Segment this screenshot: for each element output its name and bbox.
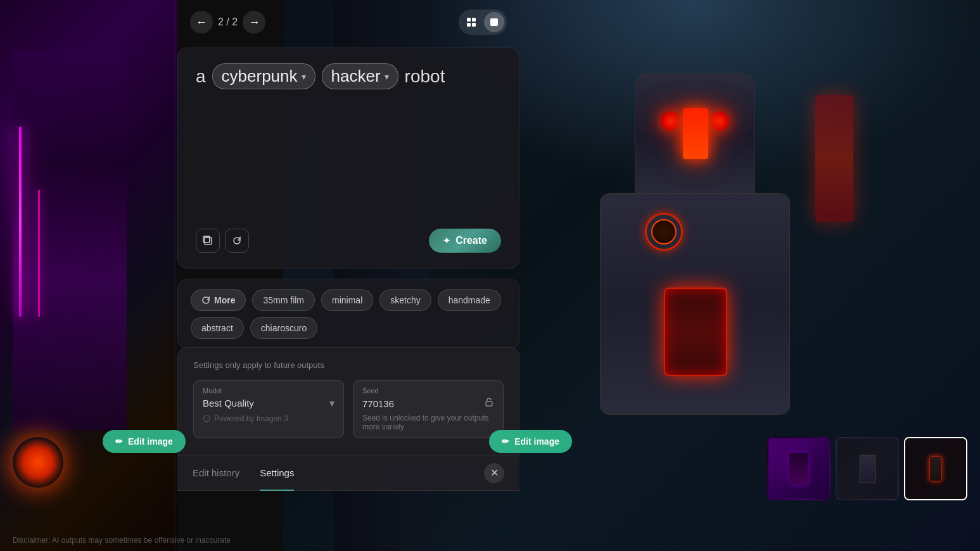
prompt-icon-buttons [196, 229, 254, 253]
chevron-down-icon-2: ▾ [385, 72, 389, 82]
prompt-text: a cyberpunk ▾ hacker ▾ robot [196, 63, 501, 89]
thumbnail-1[interactable] [767, 437, 830, 500]
style-suggestions: More 35mm film minimal sketchy handmade … [177, 279, 519, 350]
robot-image [537, 54, 853, 497]
thumbnail-3[interactable] [904, 437, 967, 500]
chevron-down-icon-model: ▾ [329, 397, 334, 409]
pencil-icon-right: ✏ [502, 436, 509, 446]
thumbnails-container [767, 437, 967, 500]
prompt-suffix: robot [405, 66, 445, 87]
grid-icon [466, 17, 476, 27]
nav-bar: ← 2 / 2 → [177, 10, 519, 35]
svg-rect-4 [490, 18, 498, 26]
style-chiaroscuro[interactable]: chiaroscuro [250, 317, 317, 339]
tabs-close-button[interactable]: ✕ [484, 463, 504, 483]
prompt-tag-hacker-label: hacker [331, 66, 381, 86]
neon-glow-2 [38, 190, 40, 317]
svg-rect-2 [467, 23, 471, 27]
refresh-suggestions-icon [201, 296, 210, 305]
svg-rect-5 [205, 238, 212, 244]
view-single-button[interactable] [484, 12, 504, 32]
edit-image-left-label: Edit image [128, 436, 173, 446]
seed-info-text: Seed is unlocked to give your outputs mo… [362, 414, 494, 431]
seed-value-row: 770136 [362, 397, 494, 410]
style-35mm-film[interactable]: 35mm film [252, 289, 315, 311]
more-label: More [214, 295, 235, 305]
chevron-down-icon: ▾ [302, 72, 306, 82]
copy-icon [202, 235, 213, 246]
robot-eye-right [710, 111, 729, 130]
single-view-icon [489, 17, 499, 27]
thumbnail-2[interactable] [836, 437, 899, 500]
prompt-tag-hacker[interactable]: hacker ▾ [322, 63, 398, 89]
seed-field[interactable]: Seed 770136 Seed is unlocked to give you… [353, 380, 504, 438]
robot-eye-left [661, 111, 680, 130]
lock-open-icon [484, 397, 494, 407]
powered-by: i Powered by Imagen 3 [203, 414, 334, 423]
tabs-bar: Edit history Settings ✕ [177, 455, 519, 491]
tab-settings[interactable]: Settings [260, 456, 294, 491]
refresh-icon [231, 235, 243, 246]
svg-rect-0 [467, 18, 471, 22]
model-field[interactable]: Model Best Quality ▾ i Powered by Imagen… [193, 380, 344, 438]
prompt-tag-cyberpunk[interactable]: cyberpunk ▾ [212, 63, 315, 89]
robot-head [635, 73, 755, 200]
neon-glow-1 [19, 127, 22, 317]
nav-controls: ← 2 / 2 → [190, 11, 265, 34]
style-handmade[interactable]: handmade [438, 289, 501, 311]
robot-visor [683, 108, 708, 159]
lock-icon [484, 397, 494, 410]
svg-text:i: i [206, 417, 207, 421]
svg-rect-9 [486, 402, 492, 406]
prompt-area: a cyberpunk ▾ hacker ▾ robot [177, 48, 519, 269]
edit-image-left-button[interactable]: ✏ Edit image [103, 430, 186, 453]
svg-rect-1 [472, 18, 476, 22]
seed-value: 770136 [362, 398, 394, 409]
style-sketchy[interactable]: sketchy [379, 289, 431, 311]
model-label: Model [203, 387, 334, 395]
settings-note: Settings only apply to future outputs [193, 360, 504, 370]
style-abstract[interactable]: abstract [191, 317, 244, 339]
settings-panel: Settings only apply to future outputs Mo… [177, 347, 519, 462]
disclaimer-text: Disclaimer: AI outputs may sometimes be … [0, 536, 980, 545]
prompt-actions: ✦ Create [196, 229, 501, 253]
panel-separator [175, 0, 175, 551]
more-styles-button[interactable]: More [191, 289, 246, 311]
robot-chest-inner [651, 219, 677, 244]
prompt-prefix: a [196, 66, 206, 87]
prompt-tag-cyberpunk-label: cyberpunk [222, 66, 298, 86]
edit-image-right-label: Edit image [514, 436, 559, 446]
create-button[interactable]: ✦ Create [429, 229, 501, 253]
robot-body [600, 193, 790, 415]
tab-edit-history[interactable]: Edit history [193, 456, 239, 491]
view-toggle [459, 10, 507, 35]
edit-image-right-button[interactable]: ✏ Edit image [489, 430, 572, 453]
nav-next-button[interactable]: → [243, 11, 265, 34]
svg-rect-3 [472, 23, 476, 27]
nav-prev-button[interactable]: ← [190, 11, 213, 34]
style-minimal[interactable]: minimal [321, 289, 373, 311]
star-icon: ✦ [443, 236, 450, 246]
robot-device [664, 288, 727, 376]
prompt-input-area[interactable] [196, 102, 501, 216]
view-grid-button[interactable] [461, 12, 481, 32]
create-label: Create [455, 235, 487, 246]
background-left [0, 0, 177, 551]
neon-circle [13, 437, 63, 488]
model-value-row: Best Quality ▾ [203, 397, 334, 409]
seed-label: Seed [362, 387, 494, 395]
settings-fields: Model Best Quality ▾ i Powered by Imagen… [193, 380, 504, 438]
nav-page-indicator: 2 / 2 [218, 16, 238, 28]
info-icon: i [203, 415, 210, 422]
powered-by-label: Powered by Imagen 3 [214, 414, 288, 423]
model-value: Best Quality [203, 398, 254, 408]
copy-button[interactable] [196, 229, 220, 253]
pencil-icon-left: ✏ [115, 436, 123, 446]
refresh-button[interactable] [225, 229, 249, 253]
